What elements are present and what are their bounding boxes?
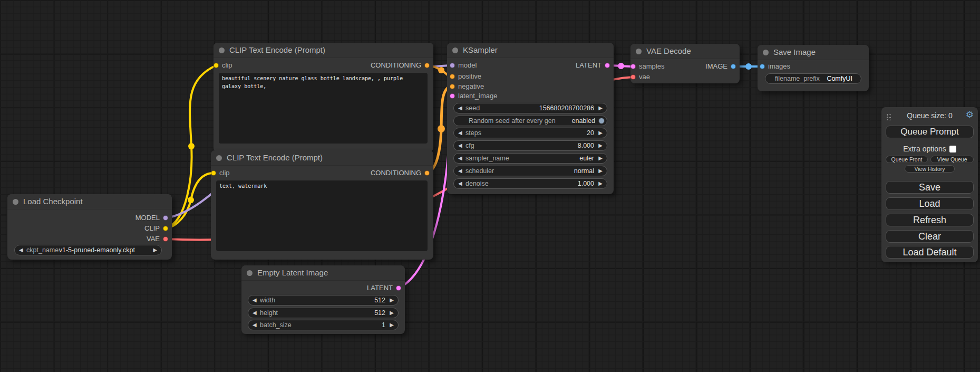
next-value-arrow[interactable]: ▶ [598, 128, 603, 138]
collapse-dot-icon[interactable] [13, 199, 18, 205]
node-title-bar[interactable]: KSampler [447, 43, 614, 58]
queue-front-button[interactable]: Queue Front [886, 156, 928, 163]
prev-value-arrow[interactable]: ◀ [253, 308, 257, 318]
input-slot-vae[interactable] [630, 74, 636, 80]
input-slot-samples[interactable] [630, 64, 636, 69]
queue-prompt-button[interactable]: Queue Prompt [886, 126, 974, 138]
widget-label: ckpt_name [26, 245, 59, 255]
slot-label: CLIP [144, 224, 160, 233]
input-slot-clip[interactable] [214, 63, 219, 68]
node-load-checkpoint[interactable]: Load Checkpoint MODEL CLIP VAE ◀ ckpt_na… [7, 194, 172, 260]
next-value-arrow[interactable]: ▶ [598, 154, 603, 163]
collapse-dot-icon[interactable] [452, 47, 458, 53]
height-widget[interactable]: ◀ height 512 ▶ [248, 308, 399, 318]
ckpt-name-widget[interactable]: ◀ ckpt_name v1-5-pruned-emaonly.ckpt ▶ [14, 245, 162, 255]
input-slot-images[interactable] [760, 64, 765, 69]
node-clip-text-encode-positive[interactable]: CLIP Text Encode (Prompt) clip CONDITION… [214, 43, 433, 152]
node-title-bar[interactable]: VAE Decode [630, 44, 740, 59]
denoise-widget[interactable]: ◀ denoise 1.000 ▶ [453, 178, 607, 189]
output-slot-conditioning[interactable] [424, 170, 430, 176]
node-ksampler[interactable]: KSampler model LATENT positive negative … [447, 43, 614, 194]
refresh-button[interactable]: Refresh [886, 214, 974, 226]
prev-value-arrow[interactable]: ◀ [19, 245, 23, 255]
output-slot-latent[interactable] [396, 285, 401, 291]
input-slot-latent-image[interactable] [450, 93, 455, 99]
prev-value-arrow[interactable]: ◀ [253, 320, 257, 330]
view-queue-button[interactable]: View Queue [930, 156, 974, 163]
next-value-arrow[interactable]: ▶ [390, 295, 394, 305]
input-slot-negative[interactable] [450, 84, 455, 89]
negative-prompt-textarea[interactable]: text, watermark [216, 180, 428, 251]
output-slot-image[interactable] [731, 64, 736, 69]
settings-gear-icon[interactable]: ⚙ [966, 110, 974, 120]
node-title-bar[interactable]: CLIP Text Encode (Prompt) [211, 150, 433, 166]
node-clip-text-encode-negative[interactable]: CLIP Text Encode (Prompt) clip CONDITION… [211, 150, 433, 260]
node-title-bar[interactable]: CLIP Text Encode (Prompt) [214, 43, 433, 58]
cfg-widget[interactable]: ◀ cfg 8.000 ▶ [453, 140, 607, 151]
seed-widget[interactable]: ◀ seed 156680208700286 ▶ [453, 103, 607, 113]
filename-prefix-widget[interactable]: filename_prefix ComfyUI [765, 73, 861, 84]
output-slot-latent[interactable] [605, 63, 610, 68]
prev-value-arrow[interactable]: ◀ [458, 128, 462, 138]
load-default-button[interactable]: Load Default [886, 246, 974, 259]
slot-label: clip [219, 168, 230, 178]
node-empty-latent-image[interactable]: Empty Latent Image LATENT ◀ width 512 ▶ … [241, 265, 405, 334]
view-history-button[interactable]: View History [905, 165, 955, 173]
width-widget[interactable]: ◀ width 512 ▶ [248, 295, 399, 306]
prev-value-arrow[interactable]: ◀ [458, 179, 462, 188]
output-slot-conditioning[interactable] [424, 63, 430, 68]
link-midpoint-dot[interactable] [188, 197, 194, 203]
link-midpoint-dot[interactable] [438, 67, 444, 73]
node-graph-canvas[interactable]: Load Checkpoint MODEL CLIP VAE ◀ ckpt_na… [0, 0, 980, 372]
slot-row: latent_image [447, 91, 614, 101]
output-slot-model[interactable] [163, 215, 168, 221]
collapse-dot-icon[interactable] [636, 49, 642, 54]
input-slot-model[interactable] [450, 63, 455, 68]
collapse-dot-icon[interactable] [219, 47, 225, 53]
node-title: CLIP Text Encode (Prompt) [227, 150, 323, 165]
link-midpoint-dot[interactable] [618, 63, 624, 69]
output-slot-clip[interactable] [163, 226, 168, 231]
prev-value-arrow[interactable]: ◀ [458, 166, 462, 176]
prev-value-arrow[interactable]: ◀ [458, 154, 462, 163]
input-slot-positive[interactable] [450, 74, 455, 79]
random-seed-toggle-widget[interactable]: Random seed after every gen enabled [453, 116, 607, 126]
node-title-bar[interactable]: Empty Latent Image [241, 265, 405, 281]
node-vae-decode[interactable]: VAE Decode samples IMAGE vae [630, 44, 740, 83]
next-value-arrow[interactable]: ▶ [598, 103, 603, 113]
output-slot-vae[interactable] [163, 236, 168, 242]
load-button[interactable]: Load [886, 197, 974, 210]
scheduler-widget[interactable]: ◀ scheduler normal ▶ [453, 166, 607, 176]
collapse-dot-icon[interactable] [247, 270, 253, 276]
clear-button[interactable]: Clear [886, 230, 974, 243]
next-value-arrow[interactable]: ▶ [598, 166, 603, 176]
link-midpoint-dot[interactable] [438, 125, 445, 132]
positive-prompt-textarea[interactable]: beautiful scenery nature glass bottle la… [219, 73, 428, 144]
widget-value: 512 [374, 308, 385, 318]
next-value-arrow[interactable]: ▶ [598, 141, 603, 150]
input-slot-clip[interactable] [211, 170, 216, 176]
prev-value-arrow[interactable]: ◀ [458, 141, 462, 150]
slot-row: clip CONDITIONING [211, 168, 433, 178]
collapse-dot-icon[interactable] [216, 155, 222, 161]
link-midpoint-dot[interactable] [745, 63, 752, 70]
prev-value-arrow[interactable]: ◀ [458, 103, 462, 113]
next-value-arrow[interactable]: ▶ [598, 179, 603, 188]
link-midpoint-dot[interactable] [188, 143, 195, 149]
batch-size-widget[interactable]: ◀ batch_size 1 ▶ [248, 320, 399, 330]
node-title-bar[interactable]: Save Image [758, 45, 869, 60]
queue-panel: Queue size: 0 ⚙ Queue Prompt Extra optio… [881, 107, 978, 262]
save-button[interactable]: Save [886, 181, 974, 194]
node-title-bar[interactable]: Load Checkpoint [7, 194, 172, 209]
next-value-arrow[interactable]: ▶ [390, 308, 394, 318]
node-save-image[interactable]: Save Image images filename_prefix ComfyU… [758, 45, 869, 91]
extra-options-checkbox[interactable] [949, 146, 956, 152]
next-value-arrow[interactable]: ▶ [390, 320, 394, 330]
sampler-name-widget[interactable]: ◀ sampler_name euler ▶ [453, 153, 607, 164]
collapse-dot-icon[interactable] [763, 50, 769, 55]
prev-value-arrow[interactable]: ◀ [253, 295, 257, 305]
next-value-arrow[interactable]: ▶ [153, 245, 157, 255]
seed-toggle-icon[interactable] [598, 118, 605, 124]
steps-widget[interactable]: ◀ steps 20 ▶ [453, 128, 607, 138]
queue-size-label: Queue size: 0 [881, 111, 978, 120]
